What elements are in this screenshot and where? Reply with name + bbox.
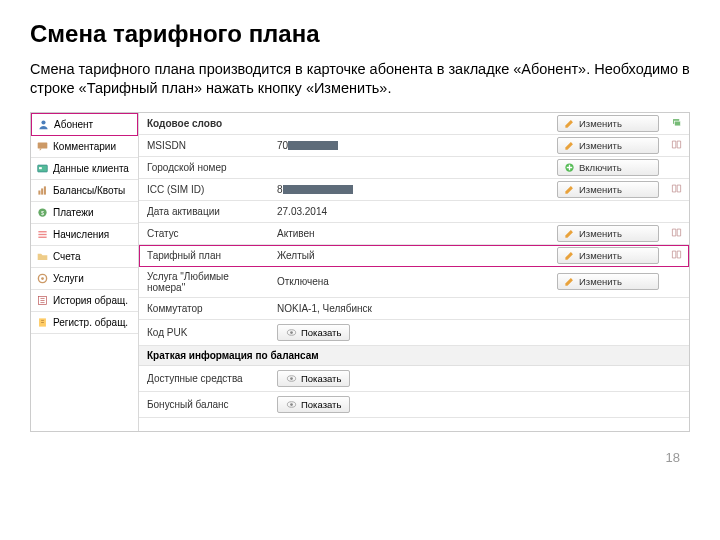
page-number: 18 xyxy=(30,450,690,465)
svg-rect-1 xyxy=(38,142,48,148)
row-value xyxy=(269,113,553,134)
row-extra xyxy=(663,135,689,156)
book-icon[interactable] xyxy=(671,227,682,240)
row-action: Включить xyxy=(553,157,663,178)
description: Смена тарифного плана производится в кар… xyxy=(30,60,690,98)
balance-row-1: Бонусный балансПоказать xyxy=(139,392,689,418)
svg-point-20 xyxy=(290,331,293,334)
row-value: Показать xyxy=(269,320,553,345)
row-action xyxy=(553,298,663,319)
row-extra xyxy=(663,157,689,178)
page-title: Смена тарифного плана xyxy=(30,20,690,48)
row-label: Кодовое слово xyxy=(139,113,269,134)
row-label: Дата активации xyxy=(139,201,269,222)
book-icon[interactable] xyxy=(671,249,682,262)
action-button-2[interactable]: Включить xyxy=(557,159,659,176)
row-label: Коммутатор xyxy=(139,298,269,319)
data-row-3: ICC (SIM ID)8Изменить xyxy=(139,179,689,201)
show-button[interactable]: Показать xyxy=(277,396,350,413)
row-label: Городской номер xyxy=(139,157,269,178)
sidebar-label: История обращ. xyxy=(53,295,128,306)
sidebar-label: Балансы/Квоты xyxy=(53,185,125,196)
sidebar-label: Данные клиента xyxy=(53,163,129,174)
data-row-1: MSISDN70Изменить xyxy=(139,135,689,157)
row-action: Изменить xyxy=(553,179,663,200)
sidebar-item-9[interactable]: Регистр. обращ. xyxy=(31,312,138,334)
sidebar-item-6[interactable]: Счета xyxy=(31,246,138,268)
row-extra xyxy=(663,201,689,222)
data-row-8: КоммутаторNOKIA-1, Челябинск xyxy=(139,298,689,320)
row-value: 70 xyxy=(269,135,553,156)
main-panel: Кодовое словоИзменитьMSISDN70ИзменитьГор… xyxy=(139,113,689,431)
svg-point-13 xyxy=(41,277,44,280)
cards-icon[interactable] xyxy=(671,117,682,130)
action-button-5[interactable]: Изменить xyxy=(557,225,659,242)
row-value xyxy=(269,157,553,178)
sidebar-item-7[interactable]: Услуги xyxy=(31,268,138,290)
action-button-6[interactable]: Изменить xyxy=(557,247,659,264)
row-label: Статус xyxy=(139,223,269,244)
balance-section-header: Краткая информация по балансам xyxy=(139,346,689,366)
book-icon[interactable] xyxy=(671,139,682,152)
svg-rect-9 xyxy=(38,231,46,232)
book-icon[interactable] xyxy=(671,183,682,196)
row-value: 8 xyxy=(269,179,553,200)
row-label: Доступные средства xyxy=(139,366,269,391)
row-extra xyxy=(663,179,689,200)
sidebar-label: Платежи xyxy=(53,207,94,218)
sidebar-label: Комментарии xyxy=(53,141,116,152)
row-value: NOKIA-1, Челябинск xyxy=(269,298,553,319)
show-button[interactable]: Показать xyxy=(277,324,350,341)
row-extra xyxy=(663,267,689,297)
row-value: Отключена xyxy=(269,267,553,297)
row-extra xyxy=(663,223,689,244)
row-label: Код PUK xyxy=(139,320,269,345)
sidebar-label: Абонент xyxy=(54,119,93,130)
row-value: Показать xyxy=(269,392,553,417)
sidebar-item-4[interactable]: $Платежи xyxy=(31,202,138,224)
row-extra xyxy=(663,245,689,266)
svg-rect-4 xyxy=(38,190,40,194)
svg-rect-3 xyxy=(39,167,42,169)
show-button[interactable]: Показать xyxy=(277,370,350,387)
action-button-0[interactable]: Изменить xyxy=(557,115,659,132)
sidebar-item-3[interactable]: Балансы/Квоты xyxy=(31,180,138,202)
svg-point-22 xyxy=(290,377,293,380)
sidebar-item-1[interactable]: Комментарии xyxy=(31,136,138,158)
app-window: АбонентКомментарииДанные клиентаБалансы/… xyxy=(30,112,690,432)
balance-row-0: Доступные средстваПоказать xyxy=(139,366,689,392)
row-action xyxy=(553,320,663,345)
row-action: Изменить xyxy=(553,113,663,134)
sidebar-item-2[interactable]: Данные клиента xyxy=(31,158,138,180)
row-value: Активен xyxy=(269,223,553,244)
svg-text:$: $ xyxy=(41,209,44,215)
row-label: MSISDN xyxy=(139,135,269,156)
row-label: Тарифный план xyxy=(139,245,269,266)
row-action: Изменить xyxy=(553,135,663,156)
row-action: Изменить xyxy=(553,245,663,266)
data-row-5: СтатусАктивенИзменить xyxy=(139,223,689,245)
svg-rect-6 xyxy=(44,186,46,194)
action-button-7[interactable]: Изменить xyxy=(557,273,659,290)
sidebar: АбонентКомментарииДанные клиентаБалансы/… xyxy=(31,113,139,431)
svg-rect-11 xyxy=(38,236,46,237)
svg-point-0 xyxy=(41,120,45,124)
sidebar-item-5[interactable]: Начисления xyxy=(31,224,138,246)
svg-rect-17 xyxy=(674,121,680,126)
sidebar-item-0[interactable]: Абонент xyxy=(31,113,138,136)
row-value: 27.03.2014 xyxy=(269,201,553,222)
row-action: Изменить xyxy=(553,223,663,244)
data-row-2: Городской номерВключить xyxy=(139,157,689,179)
sidebar-label: Начисления xyxy=(53,229,109,240)
action-button-1[interactable]: Изменить xyxy=(557,137,659,154)
row-extra xyxy=(663,320,689,345)
action-button-3[interactable]: Изменить xyxy=(557,181,659,198)
row-label: Услуга "Любимые номера" xyxy=(139,267,269,297)
row-extra xyxy=(663,298,689,319)
data-row-6: Тарифный планЖелтыйИзменить xyxy=(139,245,689,267)
sidebar-item-8[interactable]: История обращ. xyxy=(31,290,138,312)
row-action: Изменить xyxy=(553,267,663,297)
row-extra xyxy=(663,113,689,134)
svg-point-24 xyxy=(290,403,293,406)
svg-rect-5 xyxy=(41,188,43,194)
